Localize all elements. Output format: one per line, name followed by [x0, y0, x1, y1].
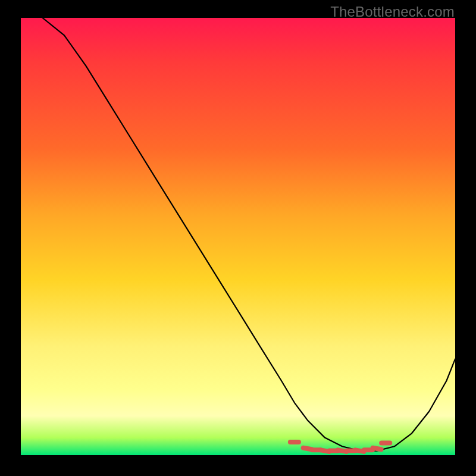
chart-frame: TheBottleneck.com [0, 0, 476, 476]
chart-overlay [21, 18, 455, 455]
marker-dash [373, 448, 381, 449]
plot-area [21, 18, 455, 455]
curve-path [43, 18, 456, 451]
marker-group [290, 442, 390, 452]
